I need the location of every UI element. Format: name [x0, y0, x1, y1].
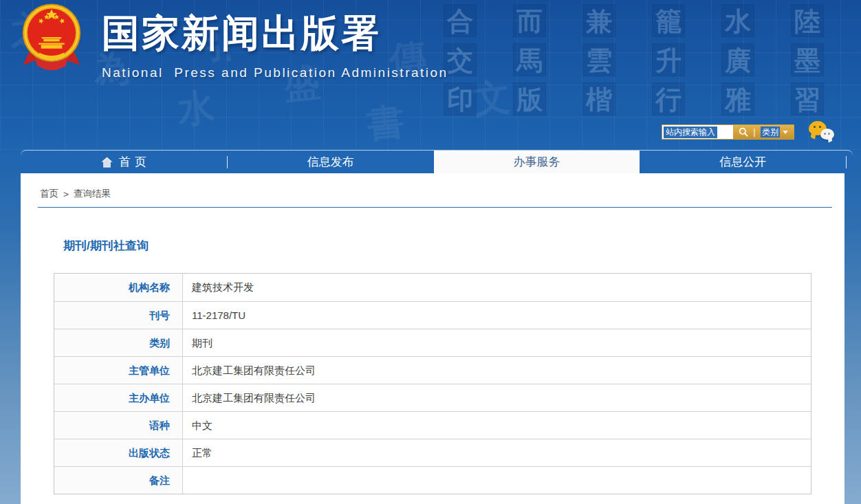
national-emblem-icon — [21, 1, 83, 73]
row-value: 11-2178/TU — [183, 302, 811, 329]
table-row: 刊号 11-2178/TU — [54, 301, 811, 329]
texture-char: 廣 — [721, 43, 754, 76]
texture-char: 墨 — [791, 43, 824, 76]
wechat-bubble-small — [820, 129, 834, 140]
nav-tab-services[interactable]: 办事服务 — [434, 151, 640, 173]
row-value: 中文 — [183, 412, 811, 439]
search-divider: | — [753, 125, 755, 139]
row-label: 主办单位 — [54, 384, 183, 411]
nav-tab-information-release[interactable]: 信息发布 — [228, 151, 434, 173]
texture-char: 籠 — [652, 4, 685, 37]
row-label: 刊号 — [54, 302, 183, 329]
site-title: 国家新闻出版署 — [102, 8, 448, 59]
nav-tab-label: 信息公开 — [719, 154, 766, 170]
row-value — [183, 467, 811, 494]
site-logo[interactable] — [21, 1, 83, 73]
nav-tab-label: 首页 — [119, 154, 151, 170]
result-table: 机构名称 建筑技术开发 刊号 11-2178/TU 类别 期刊 主管单位 北京建… — [54, 273, 811, 494]
row-value: 建筑技术开发 — [183, 274, 811, 301]
page: 之為水引盛書傳文合而兼籠水陸交馬雲升廣墨印版楷行雅習 — [0, 0, 861, 504]
texture-char: 兼 — [582, 4, 615, 37]
table-row: 类别 期刊 — [54, 329, 811, 356]
row-label: 类别 — [54, 329, 183, 356]
search-category-label: 类别 — [761, 127, 780, 138]
table-row: 出版状态 正常 — [54, 439, 811, 466]
texture-char: 雲 — [582, 43, 615, 76]
texture-char: 文 — [470, 72, 512, 125]
texture-char: 版 — [513, 83, 546, 116]
nav-tab-label: 办事服务 — [513, 154, 560, 170]
home-icon — [101, 157, 113, 168]
site-header: 之為水引盛書傳文合而兼籠水陸交馬雲升廣墨印版楷行雅習 — [0, 0, 861, 150]
nav-divider — [846, 156, 847, 168]
table-row: 主管单位 北京建工集团有限责任公司 — [54, 356, 811, 384]
row-value: 正常 — [183, 439, 811, 466]
breadcrumb: 首页 > 查询结果 — [40, 188, 844, 200]
texture-char: 習 — [791, 83, 824, 116]
texture-char: 陸 — [791, 4, 824, 37]
texture-char: 書 — [364, 96, 406, 150]
main-navigation: 首页 信息发布 办事服务 信息公开 — [21, 150, 853, 173]
site-title-block: 国家新闻出版署 National Press and Publication A… — [102, 8, 448, 80]
search-category-dropdown[interactable]: 类别 — [761, 127, 788, 138]
breadcrumb-home[interactable]: 首页 — [40, 188, 58, 200]
nav-tab-information-disclosure[interactable]: 信息公开 — [640, 151, 846, 173]
row-label: 备注 — [54, 467, 183, 494]
breadcrumb-divider — [38, 207, 832, 208]
texture-char: 雅 — [721, 83, 754, 116]
texture-char: 合 — [444, 4, 477, 37]
nav-tab-label: 信息发布 — [307, 154, 354, 170]
texture-char: 而 — [513, 4, 546, 37]
texture-char: 水 — [175, 82, 217, 135]
table-row: 语种 中文 — [54, 411, 811, 439]
search-controls: | 类别 — [733, 125, 794, 139]
row-value: 期刊 — [183, 329, 811, 356]
texture-char: 交 — [444, 43, 477, 76]
texture-char: 行 — [652, 83, 685, 116]
texture-char: 印 — [444, 83, 477, 116]
texture-char: 楷 — [582, 83, 615, 116]
page-title: 期刊/期刊社查询 — [63, 238, 844, 254]
magnifier-icon — [739, 127, 748, 137]
row-value: 北京建工集团有限责任公司 — [183, 357, 811, 384]
table-row: 备注 — [54, 466, 811, 494]
chevron-down-icon — [783, 131, 788, 134]
site-search: 站内搜索输入 | 类别 — [662, 124, 794, 140]
search-button[interactable] — [739, 127, 748, 137]
site-subtitle: National Press and Publication Administr… — [102, 65, 448, 80]
wechat-icon[interactable] — [809, 121, 838, 146]
table-row: 主办单位 北京建工集团有限责任公司 — [54, 384, 811, 411]
breadcrumb-separator: > — [63, 189, 69, 199]
search-input[interactable]: 站内搜索输入 — [662, 125, 733, 139]
breadcrumb-current: 查询结果 — [74, 188, 111, 200]
table-row: 机构名称 建筑技术开发 — [54, 274, 811, 301]
nav-right-cap — [846, 151, 853, 173]
texture-char: 馬 — [513, 43, 546, 76]
texture-char: 水 — [721, 4, 754, 37]
texture-char: 升 — [652, 43, 685, 76]
row-label: 主管单位 — [54, 357, 183, 384]
row-label: 机构名称 — [54, 274, 183, 301]
row-label: 出版状态 — [54, 439, 183, 466]
row-label: 语种 — [54, 412, 183, 439]
content-panel: 首页 > 查询结果 期刊/期刊社查询 机构名称 建筑技术开发 刊号 11-217… — [21, 173, 844, 504]
search-input-text: 站内搜索输入 — [664, 127, 717, 138]
nav-tab-home[interactable]: 首页 — [21, 151, 227, 173]
row-value: 北京建工集团有限责任公司 — [183, 384, 811, 411]
